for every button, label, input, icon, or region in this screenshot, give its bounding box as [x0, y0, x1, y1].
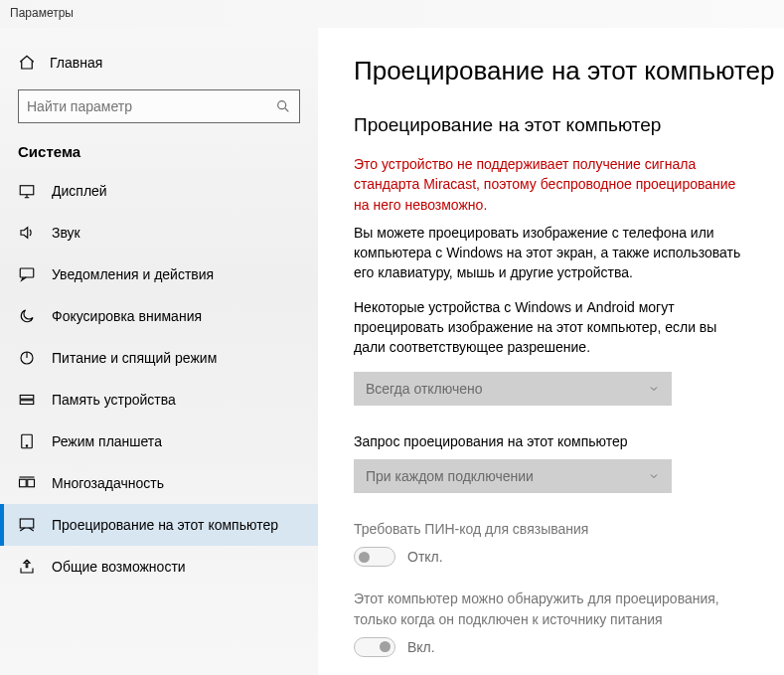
share-icon — [18, 558, 36, 576]
svg-rect-9 — [28, 479, 35, 487]
search-box[interactable] — [18, 89, 300, 123]
sidebar-item-sound[interactable]: Звук — [0, 212, 318, 253]
svg-rect-4 — [20, 396, 34, 400]
sidebar-item-shared[interactable]: Общие возможности — [0, 546, 318, 588]
page-subtitle: Проецирование на этот компьютер — [354, 114, 774, 136]
sound-icon — [18, 224, 36, 242]
description-1: Вы можете проецировать изображение с тел… — [354, 223, 751, 283]
sidebar-section-title: Система — [0, 143, 318, 170]
sidebar-item-label: Многозадачность — [52, 475, 164, 491]
search-input[interactable] — [27, 98, 275, 114]
sidebar-item-label: Память устройства — [52, 392, 176, 408]
sidebar-item-multitasking[interactable]: Многозадачность — [0, 462, 318, 504]
project-icon — [18, 516, 36, 534]
power-icon — [18, 349, 36, 367]
projection-mode-dropdown[interactable]: Всегда отключено — [354, 372, 672, 406]
multitask-icon — [18, 474, 36, 492]
sidebar-item-power[interactable]: Питание и спящий режим — [0, 337, 318, 379]
home-icon — [18, 54, 36, 72]
svg-point-0 — [278, 101, 286, 109]
home-label: Главная — [50, 55, 102, 71]
chevron-down-icon — [648, 470, 660, 482]
sidebar-item-label: Проецирование на этот компьютер — [52, 517, 278, 533]
window-title: Параметры — [10, 6, 74, 20]
pin-label: Требовать ПИН-код для связывания — [354, 519, 751, 539]
dropdown-value: При каждом подключении — [366, 468, 534, 484]
content-pane: Проецирование на этот компьютер Проециро… — [318, 28, 784, 675]
sidebar-item-label: Питание и спящий режим — [52, 350, 217, 366]
sidebar: Главная Система Дисплей — [0, 28, 318, 675]
sidebar-item-label: Фокусировка внимания — [52, 308, 202, 324]
storage-icon — [18, 391, 36, 409]
svg-rect-10 — [20, 519, 34, 528]
description-2: Некоторые устройства с Windows и Android… — [354, 297, 751, 358]
window-titlebar: Параметры — [0, 0, 784, 28]
page-title: Проецирование на этот компьютер — [354, 56, 774, 86]
power-label: Этот компьютер можно обнаружить для прое… — [354, 589, 751, 629]
sidebar-item-label: Уведомления и действия — [52, 266, 214, 282]
sidebar-item-label: Дисплей — [52, 183, 107, 199]
power-toggle[interactable] — [354, 637, 395, 657]
sidebar-item-notifications[interactable]: Уведомления и действия — [0, 253, 318, 295]
svg-point-7 — [26, 445, 28, 447]
sidebar-item-tablet[interactable]: Режим планшета — [0, 421, 318, 462]
svg-rect-8 — [20, 479, 27, 487]
sidebar-item-label: Звук — [52, 225, 80, 241]
sidebar-item-storage[interactable]: Память устройства — [0, 379, 318, 421]
projection-request-dropdown[interactable]: При каждом подключении — [354, 459, 672, 493]
home-nav[interactable]: Главная — [0, 48, 318, 89]
monitor-icon — [18, 182, 36, 200]
sidebar-nav: Дисплей Звук Уведомления и действия Фоку… — [0, 170, 318, 588]
request-label: Запрос проецирования на этот компьютер — [354, 431, 751, 451]
search-icon — [275, 98, 291, 114]
svg-rect-2 — [20, 268, 34, 277]
sidebar-item-projecting[interactable]: Проецирование на этот компьютер — [0, 504, 318, 546]
pin-toggle-state: Откл. — [407, 549, 443, 565]
dropdown-value: Всегда отключено — [366, 381, 483, 397]
svg-rect-5 — [20, 401, 34, 405]
svg-rect-1 — [20, 186, 34, 195]
tablet-icon — [18, 432, 36, 450]
chevron-down-icon — [648, 383, 660, 395]
chat-icon — [18, 265, 36, 283]
sidebar-item-label: Режим планшета — [52, 433, 162, 449]
sidebar-item-label: Общие возможности — [52, 559, 186, 575]
pin-toggle[interactable] — [354, 547, 395, 567]
moon-icon — [18, 307, 36, 325]
miracast-warning: Это устройство не поддерживает получение… — [354, 154, 751, 215]
sidebar-item-display[interactable]: Дисплей — [0, 170, 318, 212]
power-toggle-state: Вкл. — [407, 639, 435, 655]
sidebar-item-focus[interactable]: Фокусировка внимания — [0, 295, 318, 337]
